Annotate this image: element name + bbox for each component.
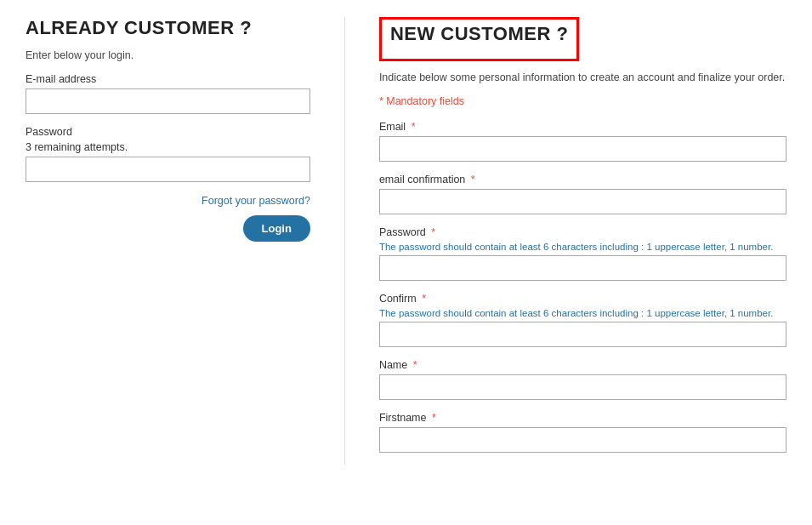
password-field-label: Password *: [379, 226, 786, 238]
email-confirmation-field-input[interactable]: [379, 189, 786, 214]
email-field-required-star: *: [412, 121, 416, 133]
forgot-password-link[interactable]: Forgot your password?: [202, 195, 310, 207]
registration-confirm-password-field-group: Confirm *The password should contain at …: [379, 293, 786, 347]
registration-name-field-group: Name *: [379, 359, 786, 400]
new-customer-subtitle: Indicate below some personal information…: [379, 71, 786, 83]
firstname-field-label: Firstname *: [379, 412, 786, 424]
mandatory-star: *: [379, 95, 383, 107]
name-field-input[interactable]: [379, 374, 786, 400]
login-email-input[interactable]: [26, 88, 310, 114]
firstname-field-input[interactable]: [379, 427, 786, 453]
mandatory-text: Mandatory fields: [386, 95, 464, 107]
email-confirmation-field-required-star: *: [471, 174, 475, 185]
already-customer-panel: ALREADY CUSTOMER ? Enter below your logi…: [26, 17, 345, 465]
password-field-input[interactable]: [379, 255, 786, 281]
new-customer-title: NEW CUSTOMER ?: [390, 23, 568, 45]
main-container: ALREADY CUSTOMER ? Enter below your logi…: [26, 17, 786, 465]
registration-fields: Email *email confirmation *Password *The…: [379, 121, 786, 453]
password-field-group: Password 3 remaining attempts.: [26, 126, 310, 182]
name-field-required-star: *: [413, 359, 417, 371]
firstname-field-required-star: *: [432, 412, 436, 424]
login-password-input[interactable]: [26, 157, 310, 182]
email-field-input[interactable]: [379, 136, 786, 162]
attempts-text: 3 remaining attempts.: [26, 141, 310, 153]
confirm-password-field-required-star: *: [422, 293, 426, 305]
confirm-password-field-input[interactable]: [379, 322, 786, 347]
password-field-hint: The password should contain at least 6 c…: [379, 242, 786, 252]
email-field-label: Email *: [379, 121, 786, 133]
registration-email-confirmation-field-group: email confirmation *: [379, 174, 786, 214]
new-customer-title-box: NEW CUSTOMER ?: [379, 17, 579, 61]
new-customer-panel: NEW CUSTOMER ? Indicate below some perso…: [345, 17, 786, 465]
mandatory-note: * Mandatory fields: [379, 95, 786, 107]
password-field-required-star: *: [431, 226, 435, 238]
registration-firstname-field-group: Firstname *: [379, 412, 786, 453]
email-confirmation-field-label: email confirmation *: [379, 174, 786, 185]
forgot-password-link-wrap: Forgot your password?: [26, 194, 310, 207]
already-customer-title: ALREADY CUSTOMER ?: [26, 17, 310, 39]
confirm-password-field-hint: The password should contain at least 6 c…: [379, 308, 786, 318]
registration-email-field-group: Email *: [379, 121, 786, 162]
password-label: Password: [26, 126, 310, 138]
email-label: E-mail address: [26, 73, 310, 85]
email-field-group: E-mail address: [26, 73, 310, 114]
login-button[interactable]: Login: [243, 215, 310, 242]
already-customer-subtitle: Enter below your login.: [26, 49, 310, 61]
registration-password-field-group: Password *The password should contain at…: [379, 226, 786, 281]
name-field-label: Name *: [379, 359, 786, 371]
login-button-wrap: Login: [26, 215, 310, 242]
confirm-password-field-label: Confirm *: [379, 293, 786, 305]
